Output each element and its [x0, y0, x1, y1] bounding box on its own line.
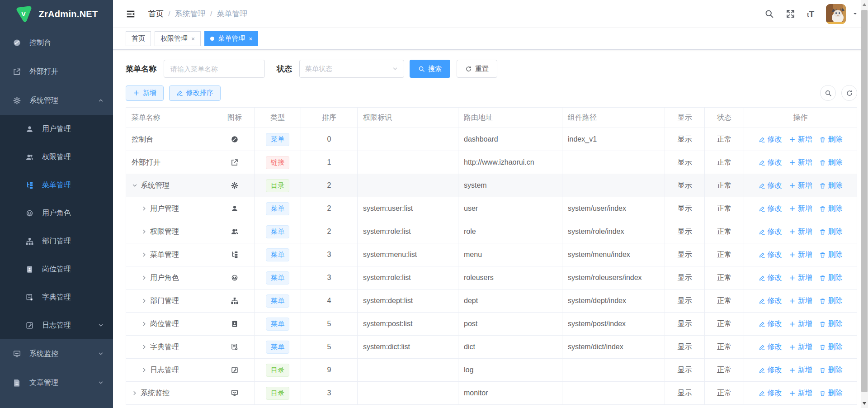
tab-close-icon[interactable]: [249, 35, 252, 43]
row-add-link[interactable]: 新增: [789, 365, 812, 375]
row-add-link[interactable]: 新增: [789, 227, 812, 237]
row-edit-link[interactable]: 修改: [759, 273, 782, 283]
row-edit-link-label: 修改: [768, 204, 782, 213]
trash-icon: [819, 159, 826, 166]
row-add-link[interactable]: 新增: [789, 273, 812, 283]
row-delete-link[interactable]: 删除: [819, 181, 843, 190]
tab-menu-manage[interactable]: 菜单管理: [204, 31, 258, 46]
gear-icon: [231, 181, 239, 190]
menu-name-input[interactable]: [164, 60, 265, 78]
breadcrumb-home[interactable]: 首页: [148, 9, 164, 19]
row-edit-link[interactable]: 修改: [759, 227, 782, 237]
permission-cell: system:role:list: [358, 220, 458, 243]
row-add-link[interactable]: 新增: [789, 158, 812, 167]
row-edit-link-label: 修改: [768, 135, 782, 144]
scroll-down-arrow-icon[interactable]: [861, 400, 868, 407]
sidebar-item-tree[interactable]: 菜单管理: [0, 171, 113, 199]
active-tab-dot: [210, 37, 214, 41]
edit-sort-button[interactable]: 修改排序: [169, 85, 221, 101]
reset-button[interactable]: 重置: [457, 60, 497, 78]
row-delete-link[interactable]: 删除: [819, 365, 843, 375]
route-cell: monitor: [458, 382, 562, 404]
row-add-link[interactable]: 新增: [789, 204, 812, 213]
route-cell: dict: [458, 336, 562, 358]
row-edit-link[interactable]: 修改: [759, 158, 782, 167]
row-add-link[interactable]: 新增: [789, 250, 812, 260]
row-edit-link-label: 修改: [768, 342, 782, 352]
avatar-caret-down-icon[interactable]: [852, 11, 858, 17]
sidebar-item-log[interactable]: 日志管理: [0, 311, 113, 339]
sidebar-item-external[interactable]: 外部打开: [0, 57, 113, 86]
tab-close-icon[interactable]: [191, 35, 195, 43]
search-button[interactable]: 搜索: [410, 60, 450, 78]
row-delete-link[interactable]: 删除: [819, 319, 843, 329]
row-add-link[interactable]: 新增: [789, 181, 812, 190]
menu-name-text: 日志管理: [150, 365, 179, 375]
row-edit-link[interactable]: 修改: [759, 250, 782, 260]
row-delete-link[interactable]: 删除: [819, 227, 843, 237]
row-delete-link-label: 删除: [828, 250, 843, 260]
tab-role-manage[interactable]: 权限管理: [155, 31, 201, 46]
user-icon: [25, 125, 34, 133]
sidebar-item-post[interactable]: 岗位管理: [0, 255, 113, 283]
edit-icon: [759, 205, 765, 212]
component-cell: [562, 382, 665, 404]
row-add-link-label: 新增: [798, 319, 812, 329]
visible-cell: 显示: [665, 151, 705, 174]
row-delete-link[interactable]: 删除: [819, 250, 843, 260]
scroll-up-arrow-icon[interactable]: [861, 1, 868, 8]
row-add-link[interactable]: 新增: [789, 135, 812, 144]
row-delete-link[interactable]: 删除: [819, 273, 843, 283]
add-menu-button[interactable]: 新增: [126, 85, 164, 101]
row-delete-link[interactable]: 删除: [819, 389, 843, 398]
table-row: 部门管理菜单4system:dept:listdeptsystem/dept/i…: [126, 289, 857, 313]
user-avatar[interactable]: [826, 4, 846, 24]
row-edit-link[interactable]: 修改: [759, 135, 782, 144]
row-delete-link-label: 删除: [828, 273, 843, 283]
menu-type-cell: 链接: [255, 151, 301, 174]
sidebar-item-gear[interactable]: 系统管理: [0, 86, 113, 115]
row-delete-link[interactable]: 删除: [819, 135, 843, 144]
show-search-toggle-button[interactable]: [820, 85, 836, 101]
scrollbar-thumb[interactable]: [861, 10, 868, 392]
trash-icon: [819, 344, 826, 351]
row-edit-link[interactable]: 修改: [759, 365, 782, 375]
row-edit-link[interactable]: 修改: [759, 319, 782, 329]
tab-home[interactable]: 首页: [126, 31, 151, 46]
row-edit-link[interactable]: 修改: [759, 342, 782, 352]
row-add-link[interactable]: 新增: [789, 342, 812, 352]
actions-cell: 修改新增删除: [744, 289, 857, 312]
row-add-link[interactable]: 新增: [789, 389, 812, 398]
sidebar-item-article[interactable]: 文章管理: [0, 368, 113, 397]
header-search-icon[interactable]: [764, 9, 774, 19]
row-add-link[interactable]: 新增: [789, 319, 812, 329]
logo-bar[interactable]: V ZrAdmin.NET: [0, 0, 113, 28]
sidebar-item-label: 系统管理: [29, 96, 58, 105]
row-add-link[interactable]: 新增: [789, 296, 812, 306]
sidebar-item-dept[interactable]: 部门管理: [0, 227, 113, 255]
row-delete-link[interactable]: 删除: [819, 204, 843, 213]
menu-name-cell: 部门管理: [126, 289, 215, 312]
sidebar-item-monitor[interactable]: 系统监控: [0, 339, 113, 368]
sidebar-item-users[interactable]: 权限管理: [0, 143, 113, 171]
row-edit-link[interactable]: 修改: [759, 296, 782, 306]
refresh-table-button[interactable]: [841, 85, 857, 101]
robot-icon: [231, 274, 239, 282]
browser-scrollbar[interactable]: [861, 0, 868, 408]
row-edit-link[interactable]: 修改: [759, 389, 782, 398]
row-edit-link[interactable]: 修改: [759, 204, 782, 213]
sidebar-item-dict[interactable]: 字典管理: [0, 283, 113, 311]
breadcrumb-system[interactable]: 系统管理: [175, 9, 206, 19]
row-delete-link[interactable]: 删除: [819, 158, 843, 167]
sidebar-item-robot[interactable]: 用户角色: [0, 199, 113, 227]
row-edit-link[interactable]: 修改: [759, 181, 782, 190]
sidebar-item-dashboard[interactable]: 控制台: [0, 28, 113, 57]
row-delete-link[interactable]: 删除: [819, 342, 843, 352]
fullscreen-icon[interactable]: [786, 9, 795, 19]
row-delete-link[interactable]: 删除: [819, 296, 843, 306]
font-size-icon[interactable]: tT: [807, 9, 814, 18]
trash-icon: [819, 182, 826, 189]
status-select[interactable]: 菜单状态: [299, 60, 404, 78]
sidebar-fold-icon[interactable]: [126, 9, 136, 19]
sidebar-item-user[interactable]: 用户管理: [0, 115, 113, 143]
